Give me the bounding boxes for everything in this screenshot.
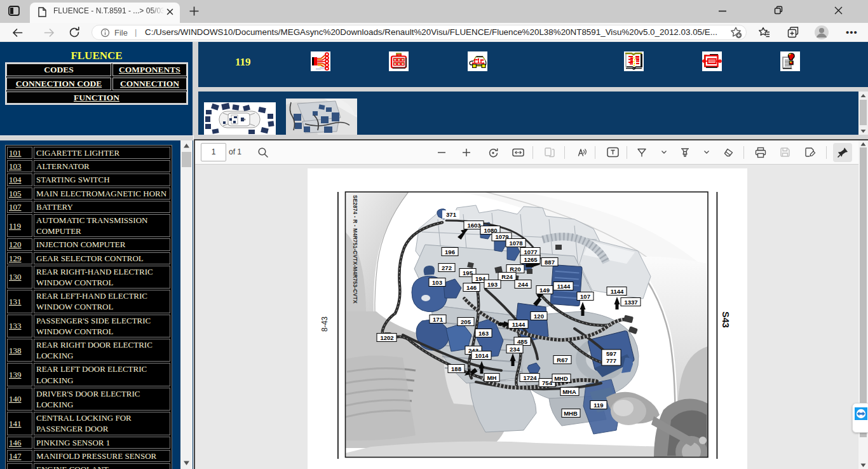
svg-text:1603: 1603: [467, 222, 480, 229]
svg-text:1078: 1078: [509, 240, 522, 247]
svg-text:196: 196: [445, 248, 455, 255]
svg-text:188: 188: [451, 365, 461, 372]
svg-text:R20: R20: [510, 266, 520, 273]
svg-text:193: 193: [487, 281, 498, 288]
svg-text:887: 887: [545, 259, 555, 266]
svg-text:1337: 1337: [624, 299, 637, 306]
svg-text:S43: S43: [721, 311, 731, 328]
svg-text:MH: MH: [487, 374, 497, 381]
svg-text:1077: 1077: [524, 248, 537, 255]
svg-text:MHD: MHD: [554, 375, 568, 382]
svg-text:485: 485: [517, 338, 528, 345]
svg-text:1144: 1144: [611, 288, 624, 295]
svg-text:754: 754: [542, 379, 553, 386]
svg-text:244: 244: [518, 281, 529, 288]
svg-text:272: 272: [442, 264, 452, 271]
svg-text:SE2874 - R - M4R751-CVTX-M4R75: SE2874 - R - M4R751-CVTX-M4R753-CVTX: [352, 195, 358, 304]
svg-text:1144: 1144: [512, 321, 526, 328]
svg-text:371: 371: [446, 211, 457, 218]
svg-text:R67: R67: [557, 357, 567, 364]
svg-text:MHB: MHB: [564, 410, 578, 417]
svg-text:1265: 1265: [524, 256, 538, 263]
svg-text:107: 107: [580, 293, 590, 300]
svg-text:195: 195: [463, 269, 473, 276]
svg-text:777: 777: [606, 357, 616, 364]
svg-text:120: 120: [534, 313, 544, 320]
svg-text:205: 205: [461, 318, 471, 325]
svg-text:146: 146: [466, 284, 477, 291]
svg-text:1724: 1724: [523, 374, 537, 381]
svg-text:1014: 1014: [475, 352, 489, 359]
svg-text:1144: 1144: [557, 283, 571, 290]
svg-text:149: 149: [539, 287, 550, 294]
svg-text:119: 119: [593, 402, 603, 409]
svg-text:MHA: MHA: [562, 388, 576, 395]
svg-text:8-43: 8-43: [320, 316, 329, 332]
svg-text:1202: 1202: [380, 334, 393, 341]
svg-text:103: 103: [432, 279, 442, 286]
svg-text:234: 234: [510, 346, 520, 353]
svg-text:R24: R24: [501, 273, 513, 280]
svg-text:171: 171: [433, 316, 444, 323]
svg-text:163: 163: [478, 330, 489, 337]
svg-text:597: 597: [606, 350, 616, 357]
